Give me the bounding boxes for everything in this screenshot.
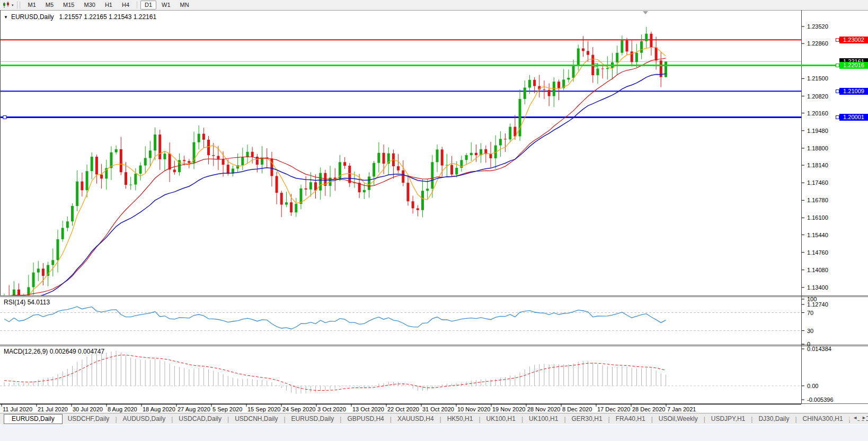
chart-symbol-label: EURUSD,Daily — [11, 13, 54, 21]
svg-text:18 Aug 2020: 18 Aug 2020 — [143, 406, 175, 412]
tab-separator: | — [340, 416, 341, 423]
chart-tab-bar: EURUSD,DailyUSDCHF,Daily|AUDUSD,Daily|US… — [0, 413, 868, 425]
svg-text:0.014384: 0.014384 — [807, 346, 831, 352]
timeframe-button-m1[interactable]: M1 — [24, 1, 40, 10]
svg-text:24 Sep 2020: 24 Sep 2020 — [282, 406, 315, 412]
svg-text:10 Nov 2020: 10 Nov 2020 — [457, 406, 490, 412]
price-label-blue-line-2: 1.20001 — [839, 114, 868, 121]
tab-separator: | — [479, 416, 480, 423]
svg-text:27 Aug 2020: 27 Aug 2020 — [178, 406, 210, 412]
tab-separator: | — [651, 416, 653, 423]
timeframe-button-d1[interactable]: D1 — [140, 1, 156, 10]
svg-text:13 Oct 2020: 13 Oct 2020 — [352, 406, 384, 412]
chart-tab-eurusd-daily[interactable]: EURUSD,Daily — [286, 415, 340, 424]
chart-canvas: 1.235201.228601.215001.208201.201601.194… — [0, 10, 868, 413]
svg-text:1.20820: 1.20820 — [807, 93, 828, 100]
svg-text:1.14080: 1.14080 — [807, 267, 828, 273]
svg-text:-0.005396: -0.005396 — [807, 397, 834, 403]
svg-text:1.16100: 1.16100 — [807, 214, 828, 221]
hline-anchor-icon[interactable] — [836, 115, 839, 119]
svg-text:7 Jan 2021: 7 Jan 2021 — [667, 406, 696, 412]
tab-separator: | — [751, 416, 752, 423]
timeframe-button-w1[interactable]: W1 — [157, 1, 175, 10]
tab-separator: | — [390, 416, 392, 423]
svg-text:5 Sep 2020: 5 Sep 2020 — [212, 406, 242, 412]
tab-separator: | — [564, 416, 565, 423]
svg-text:30 Jul 2020: 30 Jul 2020 — [73, 406, 103, 412]
tab-separator: | — [115, 416, 117, 423]
svg-text:11 Jul 2020: 11 Jul 2020 — [3, 406, 32, 412]
chart-tab-xauusd-h4[interactable]: XAUUSD,H4 — [392, 415, 439, 424]
chart-ohlc-values: 1.21557 1.22165 1.21543 1.22161 — [59, 13, 157, 21]
hline-anchor-icon[interactable] — [836, 89, 839, 93]
tab-scroll-left-icon[interactable]: ◄ — [853, 415, 857, 420]
tab-separator: | — [521, 416, 523, 423]
svg-text:0.00: 0.00 — [807, 383, 818, 389]
chart-tab-uk100-h1[interactable]: UK100,H1 — [524, 415, 563, 424]
svg-text:19 Nov 2020: 19 Nov 2020 — [492, 406, 525, 412]
timeframe-button-h1[interactable]: H1 — [101, 1, 117, 10]
chart-tab-usoil-weekly[interactable]: USOil,Weekly — [653, 415, 703, 424]
chart-shift-marker[interactable] — [643, 11, 648, 14]
svg-text:31 Oct 2020: 31 Oct 2020 — [422, 406, 454, 412]
candlestick-chart-icon[interactable] — [2, 1, 11, 9]
svg-text:1.19480: 1.19480 — [807, 128, 828, 134]
hline-anchor-icon[interactable] — [836, 64, 839, 67]
svg-text:1.21500: 1.21500 — [807, 75, 828, 82]
timeframe-button-h4[interactable]: H4 — [118, 1, 134, 10]
chart-collapse-icon[interactable]: ▼ — [4, 15, 8, 20]
chart-tab-audusd-daily[interactable]: AUDUSD,Daily — [118, 415, 171, 424]
chart-tab-ger30-h1[interactable]: GER30,H1 — [566, 415, 608, 424]
chart-ohlc-header: ▼ EURUSD,Daily 1.21557 1.22165 1.21543 1… — [4, 13, 156, 21]
svg-text:1.18140: 1.18140 — [807, 162, 828, 168]
svg-text:1.17460: 1.17460 — [807, 179, 828, 186]
chart-tab-hk50-h1[interactable]: HK50,H1 — [442, 415, 479, 424]
chart-tab-gbpusd-h4[interactable]: GBPUSD,H4 — [342, 415, 389, 424]
tab-separator: | — [440, 416, 441, 423]
rsi-indicator-label: RSI(14) 54.0113 — [4, 299, 50, 306]
svg-text:28 Dec 2020: 28 Dec 2020 — [632, 406, 665, 412]
svg-text:21 Jul 2020: 21 Jul 2020 — [38, 406, 68, 412]
toolbar-separator — [137, 2, 137, 8]
svg-text:1.15440: 1.15440 — [807, 232, 828, 238]
chart-tab-usdcad-daily[interactable]: USDCAD,Daily — [173, 415, 227, 424]
chart-tab-fra40-h1[interactable]: FRA40,H1 — [610, 415, 651, 424]
timeframe-button-m5[interactable]: M5 — [41, 1, 58, 10]
tab-separator: | — [171, 416, 173, 423]
hline-support-green[interactable] — [0, 65, 868, 66]
svg-text:1.23520: 1.23520 — [807, 23, 828, 30]
toolbar-grip-handle[interactable] — [17, 2, 20, 8]
hline-anchor-icon[interactable] — [836, 38, 839, 42]
svg-text:70: 70 — [807, 310, 813, 316]
svg-text:17 Dec 2020: 17 Dec 2020 — [597, 406, 630, 412]
status-strip — [0, 424, 868, 441]
tab-separator: | — [704, 416, 705, 423]
chart-tab-uk100-h1[interactable]: UK100,H1 — [481, 415, 521, 424]
svg-text:1.13400: 1.13400 — [807, 284, 828, 291]
svg-text:28 Nov 2020: 28 Nov 2020 — [527, 406, 560, 412]
svg-text:22 Oct 2020: 22 Oct 2020 — [387, 406, 419, 412]
tab-separator: | — [795, 416, 796, 423]
tab-scroll-right-icon[interactable]: ► — [862, 415, 866, 420]
timeframe-toolbar: ▾ M1M5M15M30H1H4D1W1MN — [0, 0, 868, 11]
chart-tab-usdchf-daily[interactable]: USDCHF,Daily — [63, 415, 115, 424]
timeframe-button-mn[interactable]: MN — [176, 1, 193, 10]
chart-tab-usdjpy-h1[interactable]: USDJPY,H1 — [706, 415, 750, 424]
chart-tab-china300-h1[interactable]: CHINA300,H1 — [798, 415, 848, 424]
timeframe-button-m30[interactable]: M30 — [79, 1, 99, 10]
svg-text:8 Dec 2020: 8 Dec 2020 — [562, 406, 592, 412]
chart-tab-eurusd-daily[interactable]: EURUSD,Daily — [4, 414, 63, 424]
chart-tab-dj30-daily[interactable]: DJ30,Daily — [753, 415, 794, 424]
chart-tab-usdcnh-daily[interactable]: USDCNH,Daily — [229, 415, 283, 424]
svg-text:1.20160: 1.20160 — [807, 110, 828, 116]
tab-separator: | — [284, 416, 285, 423]
tab-separator: | — [608, 416, 610, 423]
tab-separator: | — [227, 416, 229, 423]
mt4-window: ▾ M1M5M15M30H1H4D1W1MN 1.235201.228601.2… — [0, 0, 868, 441]
svg-text:30: 30 — [807, 328, 813, 334]
price-label-resistance: 1.23002 — [839, 37, 868, 43]
macd-indicator-label: MACD(12,26,9) 0.002649 0.004747 — [4, 348, 104, 355]
svg-text:1.22860: 1.22860 — [807, 40, 828, 47]
timeframe-button-m15[interactable]: M15 — [59, 1, 78, 10]
chevron-down-icon[interactable]: ▾ — [12, 3, 14, 7]
